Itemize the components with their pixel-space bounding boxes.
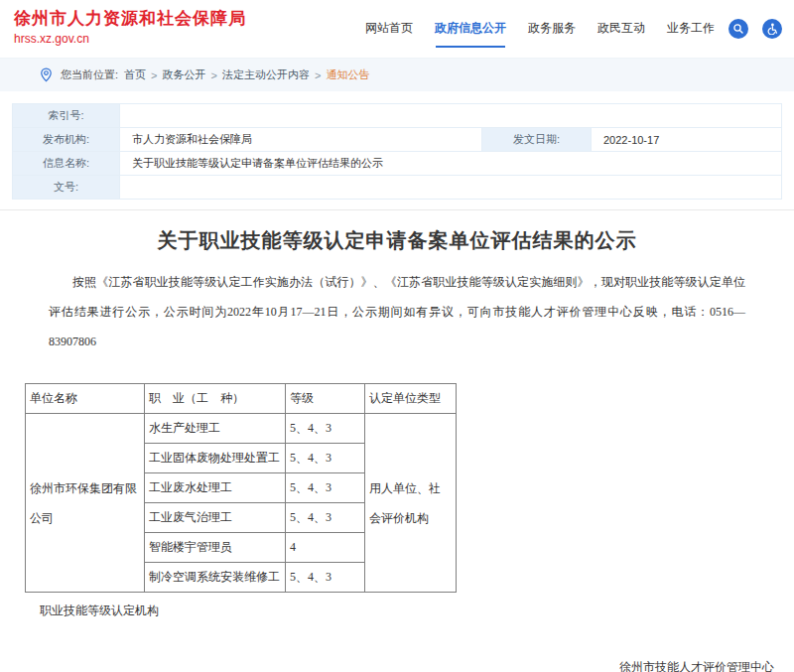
breadcrumb-prefix: 您当前位置:: [61, 67, 118, 82]
meta-row-publisher: 发布机构: 市人力资源和社会保障局 发文日期: 2022-10-17: [13, 128, 782, 152]
search-button[interactable]: [728, 19, 748, 39]
breadcrumb-item-notices[interactable]: 通知公告: [326, 67, 369, 82]
assessment-table: 单位名称 职 业（工 种） 等级 认定单位类型 徐州市环保集团有限公司 水生产处…: [25, 383, 457, 593]
breadcrumb-separator: >: [151, 69, 157, 81]
level-cell: 5、4、3: [286, 503, 365, 533]
breadcrumb-separator: >: [211, 69, 217, 81]
accessibility-button[interactable]: [762, 19, 782, 39]
site-url: hrss.xz.gov.cn: [14, 32, 246, 46]
article-title: 关于职业技能等级认定申请备案单位评估结果的公示: [40, 227, 754, 254]
article: 关于职业技能等级认定申请备案单位评估结果的公示 按照《江苏省职业技能等级认定工作…: [0, 209, 794, 672]
article-paragraph: 按照《江苏省职业技能等级认定工作实施办法（试行）》、《江苏省职业技能等级认定实施…: [49, 267, 745, 356]
level-cell: 4: [286, 533, 365, 563]
occupation-cell: 工业废水处理工: [145, 473, 286, 503]
meta-table: 索引号: 发布机构: 市人力资源和社会保障局 发文日期: 2022-10-17 …: [12, 103, 782, 200]
meta-name-value: 关于职业技能等级认定申请备案单位评估结果的公示: [120, 152, 782, 176]
breadcrumb: 您当前位置: 首页 > 政务公开 > 法定主动公开内容 > 通知公告: [0, 58, 794, 91]
nav-item-business[interactable]: 业务工作: [667, 20, 715, 39]
meta-publisher-label: 发布机构:: [13, 128, 120, 152]
col-header-unit-type: 认定单位类型: [365, 384, 457, 414]
accessibility-icon: [766, 23, 778, 35]
nav-item-home[interactable]: 网站首页: [365, 20, 413, 39]
unit-type-cell: 用人单位、社会评价机构: [365, 414, 457, 593]
document-meta: 索引号: 发布机构: 市人力资源和社会保障局 发文日期: 2022-10-17 …: [0, 91, 794, 200]
table-row: 徐州市环保集团有限公司 水生产处理工 5、4、3 用人单位、社会评价机构: [26, 414, 457, 444]
meta-row-name: 信息名称: 关于职业技能等级认定申请备案单位评估结果的公示: [13, 152, 782, 176]
meta-index-value: [120, 104, 782, 128]
meta-row-docnum: 文号:: [13, 176, 782, 200]
occupation-cell: 智能楼宇管理员: [145, 533, 286, 563]
site-name: 徐州市人力资源和社会保障局: [14, 9, 246, 29]
nav-item-gov-info[interactable]: 政府信息公开: [435, 20, 506, 39]
occupation-cell: 水生产处理工: [145, 414, 286, 444]
meta-docnum-label: 文号:: [13, 176, 120, 200]
table-header-row: 单位名称 职 业（工 种） 等级 认定单位类型: [26, 384, 457, 414]
nav-item-services[interactable]: 政务服务: [528, 20, 576, 39]
meta-publisher-value: 市人力资源和社会保障局: [120, 128, 482, 152]
col-header-unit-name: 单位名称: [26, 384, 145, 414]
level-cell: 5、4、3: [286, 563, 365, 593]
table-note: 职业技能等级认定机构: [40, 603, 794, 619]
nav-item-interaction[interactable]: 政民互动: [597, 20, 645, 39]
occupation-cell: 工业废气治理工: [145, 503, 286, 533]
occupation-cell: 制冷空调系统安装维修工: [145, 563, 286, 593]
breadcrumb-item-gov-open[interactable]: 政务公开: [163, 67, 206, 82]
breadcrumb-item-statutory[interactable]: 法定主动公开内容: [222, 67, 310, 82]
search-icon: [732, 23, 744, 35]
site-header: 徐州市人力资源和社会保障局 hrss.xz.gov.cn 网站首页 政府信息公开…: [0, 0, 794, 58]
meta-row-index: 索引号:: [13, 104, 782, 128]
level-cell: 5、4、3: [286, 473, 365, 503]
meta-name-label: 信息名称:: [13, 152, 120, 176]
level-cell: 5、4、3: [286, 444, 365, 473]
site-brand: 徐州市人力资源和社会保障局 hrss.xz.gov.cn: [14, 9, 246, 46]
level-cell: 5、4、3: [286, 414, 365, 444]
top-nav: 网站首页 政府信息公开 政务服务 政民互动 业务工作: [343, 0, 782, 58]
signature-org: 徐州市技能人才评价管理中心: [0, 659, 794, 672]
unit-name-cell: 徐州市环保集团有限公司: [26, 414, 145, 593]
col-header-level: 等级: [286, 384, 365, 414]
meta-docnum-value: [120, 176, 782, 200]
meta-date-value: 2022-10-17: [592, 128, 782, 152]
meta-index-label: 索引号:: [13, 104, 120, 128]
occupation-cell: 工业固体废物处理处置工: [145, 444, 286, 473]
breadcrumb-separator: >: [315, 69, 321, 81]
signature-block: 徐州市技能人才评价管理中心 2022年10月17日: [0, 659, 794, 672]
col-header-occupation: 职 业（工 种）: [145, 384, 286, 414]
meta-date-label: 发文日期:: [482, 128, 592, 152]
breadcrumb-item-home[interactable]: 首页: [124, 67, 146, 82]
location-pin-icon: [40, 67, 53, 82]
